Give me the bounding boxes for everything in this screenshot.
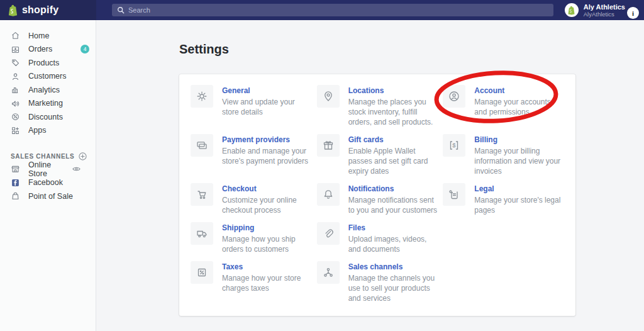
orders-count-badge: 4: [80, 45, 89, 53]
settings-card-locations[interactable]: Locations Manage the places you stock in…: [317, 85, 438, 127]
home-icon: [11, 31, 20, 40]
sidebar-item-facebook[interactable]: Facebook: [0, 176, 96, 190]
sidebar-item-products[interactable]: Products: [0, 56, 96, 70]
apps-icon: [11, 126, 20, 135]
search-icon: [117, 6, 125, 14]
shopify-logo[interactable]: shopify: [0, 0, 96, 20]
settings-card-notifications[interactable]: Notifications Manage notifications sent …: [317, 183, 438, 215]
settings-card-sales-channels[interactable]: Sales channels Manage the channels you u…: [317, 261, 438, 303]
orders-icon: [11, 45, 20, 54]
customers-icon: [11, 72, 20, 81]
payment-cards-icon: [191, 134, 213, 157]
general-gear-icon: [191, 85, 213, 108]
settings-card-billing[interactable]: $ Billing Manage your billing informatio…: [443, 134, 564, 176]
sidebar-item-discounts[interactable]: Discounts: [0, 110, 96, 124]
notifications-bell-icon: [317, 183, 340, 206]
view-store-eye-icon[interactable]: [72, 164, 81, 174]
settings-grid: General View and update your store detai…: [191, 85, 564, 303]
products-icon: [11, 58, 20, 67]
locations-pin-icon: [317, 85, 340, 108]
online-store-icon: [11, 164, 20, 174]
settings-card-payment-providers[interactable]: Payment providers Enable and manage your…: [191, 134, 312, 176]
analytics-icon: [11, 85, 20, 94]
legal-document-icon: [443, 183, 465, 206]
discounts-icon: [11, 112, 20, 121]
settings-card-shipping[interactable]: Shipping Manage how you ship orders to c…: [191, 222, 312, 254]
sidebar-item-home[interactable]: Home: [0, 29, 96, 43]
shipping-truck-icon: [191, 222, 213, 245]
billing-dollar-icon: $: [443, 134, 465, 157]
settings-card-legal[interactable]: Legal Manage your store's legal pages: [443, 183, 564, 215]
sidebar-item-analytics[interactable]: Analytics: [0, 83, 96, 97]
sidebar: Home Orders 4 Products Customers Analyti…: [0, 20, 96, 331]
sales-channels-network-icon: [317, 261, 340, 284]
search-bar[interactable]: [112, 4, 553, 16]
add-channel-icon[interactable]: [79, 152, 87, 160]
settings-card-general[interactable]: General View and update your store detai…: [191, 85, 312, 127]
files-paperclip-icon: [317, 222, 340, 245]
main-content: Settings General View and update your st…: [96, 20, 644, 331]
search-input[interactable]: [112, 4, 553, 16]
page-title: Settings: [179, 42, 229, 57]
avatar: [565, 3, 579, 17]
sidebar-item-apps[interactable]: Apps: [0, 124, 96, 138]
user-name: Aly Athletics: [584, 3, 625, 11]
sidebar-item-online-store[interactable]: Online Store: [0, 162, 96, 176]
settings-card-account[interactable]: Account Manage your accounts and permiss…: [443, 85, 564, 127]
user-store-name: AlyAthletics: [584, 11, 625, 18]
svg-text:$: $: [453, 142, 457, 149]
sidebar-item-point-of-sale[interactable]: Point of Sale: [0, 189, 96, 203]
sidebar-item-customers[interactable]: Customers: [0, 70, 96, 84]
marketing-icon: [11, 99, 20, 108]
settings-card-files[interactable]: Files Upload images, videos, and documen…: [317, 222, 438, 254]
topbar: shopify Aly Athletics AlyAthletics i: [0, 0, 644, 20]
point-of-sale-icon: [11, 191, 20, 201]
sidebar-item-orders[interactable]: Orders 4: [0, 43, 96, 57]
info-icon[interactable]: i: [627, 7, 639, 19]
gift-icon: [317, 134, 340, 157]
account-person-icon: [443, 85, 465, 108]
facebook-icon: [11, 178, 20, 188]
brand-wordmark: shopify: [22, 4, 58, 16]
settings-card-checkout[interactable]: Checkout Customize your online checkout …: [191, 183, 312, 215]
settings-panel: General View and update your store detai…: [179, 74, 575, 316]
shopify-bag-icon: [8, 4, 18, 16]
settings-card-gift-cards[interactable]: Gift cards Enable Apple Wallet passes an…: [317, 134, 438, 176]
checkout-cart-icon: [191, 183, 213, 206]
settings-card-taxes[interactable]: Taxes Manage how your store charges taxe…: [191, 261, 312, 303]
sidebar-item-marketing[interactable]: Marketing: [0, 97, 96, 111]
taxes-percent-icon: [191, 261, 213, 284]
avatar-bag-icon: [567, 6, 575, 15]
